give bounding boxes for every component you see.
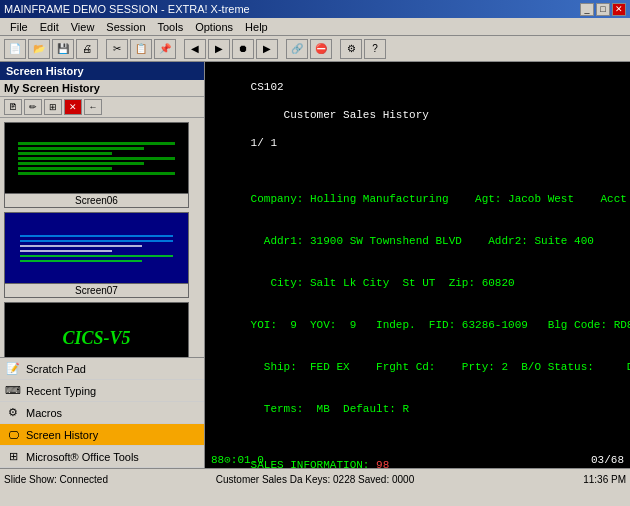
tb-cut[interactable]: ✂ <box>106 39 128 59</box>
ms-office-icon: ⊞ <box>6 450 20 464</box>
ms-office-label: Microsoft® Office Tools <box>26 451 139 463</box>
screen-title: Customer Sales History <box>251 109 429 121</box>
screen-history-icon: 🖵 <box>6 428 20 442</box>
screen-history-header: Screen History <box>0 62 204 80</box>
screen-thumb-06-label: Screen06 <box>5 193 188 207</box>
macros-label: Macros <box>26 407 62 419</box>
icon-add[interactable]: ⊞ <box>44 99 62 115</box>
left-panel: Screen History My Screen History 🖹 ✏ ⊞ ✕… <box>0 62 205 468</box>
tb-copy[interactable]: 📋 <box>130 39 152 59</box>
term-terms: Terms: MB Default: R <box>211 388 624 430</box>
menu-session[interactable]: Session <box>100 20 151 34</box>
tb-save[interactable]: 💾 <box>52 39 74 59</box>
term-yoi: YOI: 9 YOV: 9 Indep. FID: 63286-1009 Blg… <box>211 304 624 346</box>
nav-macros[interactable]: ⚙ Macros <box>0 402 204 424</box>
recent-typing-icon: ⌨ <box>6 384 20 398</box>
term-header: CS102 Customer Sales History 1/ 1 <box>211 66 624 164</box>
slide-show-status: Slide Show: Connected <box>4 474 156 485</box>
title-bar: MAINFRAME DEMO SESSION - EXTRA! X-treme … <box>0 0 630 18</box>
nav-scratch-pad[interactable]: 📝 Scratch Pad <box>0 358 204 380</box>
nav-items: 📝 Scratch Pad ⌨ Recent Typing ⚙ Macros 🖵… <box>0 357 204 468</box>
main-layout: Screen History My Screen History 🖹 ✏ ⊞ ✕… <box>0 62 630 468</box>
screen-thumbnails: Screen06 Screen07 <box>0 118 204 357</box>
toolbar: 📄 📂 💾 🖨 ✂ 📋 📌 ◀ ▶ ⏺ ▶ 🔗 ⛔ ⚙ ? <box>0 36 630 62</box>
status-bar: Slide Show: Connected Customer Sales Da … <box>0 468 630 490</box>
title-controls[interactable]: _ □ ✕ <box>580 3 626 16</box>
page-info: 1/ 1 <box>251 137 277 149</box>
tb-fwd[interactable]: ▶ <box>208 39 230 59</box>
menu-tools[interactable]: Tools <box>152 20 190 34</box>
tb-help[interactable]: ? <box>364 39 386 59</box>
term-ship: Ship: FED EX Frght Cd: Prty: 2 B/O Statu… <box>211 346 624 388</box>
screen-thumb-07-label: Screen07 <box>5 283 188 297</box>
tb-play[interactable]: ▶ <box>256 39 278 59</box>
menu-bar: File Edit View Session Tools Options Hel… <box>0 18 630 36</box>
tb-disconnect[interactable]: ⛔ <box>310 39 332 59</box>
tb-paste[interactable]: 📌 <box>154 39 176 59</box>
menu-help[interactable]: Help <box>239 20 274 34</box>
term-company: Company: Holling Manufacturing Agt: Jaco… <box>211 178 624 220</box>
tb-back[interactable]: ◀ <box>184 39 206 59</box>
icon-delete[interactable]: ✕ <box>64 99 82 115</box>
page-counter: 03/68 <box>591 454 624 466</box>
nav-ms-office[interactable]: ⊞ Microsoft® Office Tools <box>0 446 204 468</box>
title-bar-text: MAINFRAME DEMO SESSION - EXTRA! X-treme <box>4 3 580 15</box>
macros-icon: ⚙ <box>6 406 20 420</box>
menu-edit[interactable]: Edit <box>34 20 65 34</box>
maximize-button[interactable]: □ <box>596 3 610 16</box>
tb-connect[interactable]: 🔗 <box>286 39 308 59</box>
recent-typing-label: Recent Typing <box>26 385 96 397</box>
cics-logo: CICS-V5 <box>5 303 188 357</box>
menu-options[interactable]: Options <box>189 20 239 34</box>
scratch-pad-label: Scratch Pad <box>26 363 86 375</box>
icon-back[interactable]: ← <box>84 99 102 115</box>
terminal-input-area: 88 ⊙:01.0 03/68 <box>211 453 624 466</box>
session-status: Customer Sales Da Keys: 0228 Saved: 0000 <box>164 474 467 485</box>
screen-history-nav-label: Screen History <box>26 429 98 441</box>
time-display: 11:36 PM <box>475 474 627 485</box>
menu-file[interactable]: File <box>4 20 34 34</box>
screen-thumb-08[interactable]: CICS-V5 Screen08 <box>4 302 189 357</box>
nav-recent-typing[interactable]: ⌨ Recent Typing <box>0 380 204 402</box>
nav-screen-history[interactable]: 🖵 Screen History <box>0 424 204 446</box>
term-blank2 <box>211 430 624 444</box>
term-blank1 <box>211 164 624 178</box>
tb-print[interactable]: 🖨 <box>76 39 98 59</box>
term-addr1: Addr1: 31900 SW Townshend BLVD Addr2: Su… <box>211 220 624 262</box>
minimize-button[interactable]: _ <box>580 3 594 16</box>
my-screen-history-label: My Screen History <box>0 80 204 97</box>
icon-edit-screen[interactable]: ✏ <box>24 99 42 115</box>
tb-settings[interactable]: ⚙ <box>340 39 362 59</box>
screen-id: CS102 <box>251 81 284 93</box>
screen-thumb-07[interactable]: Screen07 <box>4 212 189 298</box>
tb-open[interactable]: 📂 <box>28 39 50 59</box>
menu-view[interactable]: View <box>65 20 101 34</box>
term-city: City: Salt Lk City St UT Zip: 60820 <box>211 262 624 304</box>
terminal-panel[interactable]: CS102 Customer Sales History 1/ 1 Compan… <box>205 62 630 468</box>
tb-new[interactable]: 📄 <box>4 39 26 59</box>
scratch-pad-icon: 📝 <box>6 362 20 376</box>
input-indicator: 88 <box>211 454 224 466</box>
screen-thumb-06[interactable]: Screen06 <box>4 122 189 208</box>
close-button[interactable]: ✕ <box>612 3 626 16</box>
screen-icon-bar: 🖹 ✏ ⊞ ✕ ← <box>0 97 204 118</box>
icon-new-screen[interactable]: 🖹 <box>4 99 22 115</box>
tb-record[interactable]: ⏺ <box>232 39 254 59</box>
